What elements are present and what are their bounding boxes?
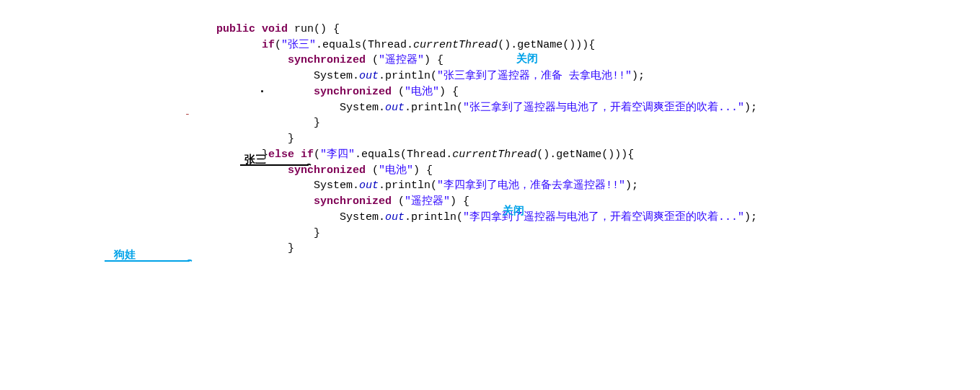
annotation-close-2: 关闭 <box>503 203 524 218</box>
str-lisi: "李四" <box>320 149 355 161</box>
str-remote: "遥控器" <box>405 195 450 208</box>
underline-arrow-zhangsan <box>240 164 312 174</box>
kw-sync: synchronized <box>288 54 366 66</box>
brace-close: } <box>288 133 294 145</box>
str-battery: "电池" <box>405 86 439 98</box>
current-thread: currentThread <box>413 39 498 51</box>
method-sig: run() { <box>288 23 340 35</box>
dash-mark: - <box>185 108 190 122</box>
brace-close: } <box>314 117 320 129</box>
dot-mark: . <box>260 79 264 97</box>
out-field: out <box>385 211 405 223</box>
code-block: public void run() { if("张三".equals(Threa… <box>216 6 757 257</box>
brace-close: } <box>314 227 320 239</box>
underline-arrow-gouwa <box>105 260 195 270</box>
out-field: out <box>385 102 405 114</box>
str-msg2: "张三拿到了遥控器与电池了，开着空调爽歪歪的吹着..." <box>463 102 744 114</box>
kw-if: if <box>301 149 314 161</box>
str-msg3: "李四拿到了电池，准备去拿遥控器!!" <box>437 180 625 192</box>
kw-sync: synchronized <box>314 86 392 98</box>
str-battery: "电池" <box>379 164 413 177</box>
str-remote: "遥控器" <box>379 54 424 66</box>
annotation-close-1: 关闭 <box>516 50 538 66</box>
kw-void: void <box>262 23 288 35</box>
kw-sync: synchronized <box>314 195 392 208</box>
str-zhangsan: "张三" <box>281 39 316 51</box>
brace-close: } <box>288 242 294 254</box>
current-thread: currentThread <box>452 149 537 161</box>
str-msg1: "张三拿到了遥控器，准备 去拿电池!!" <box>437 70 632 82</box>
out-field: out <box>359 70 379 82</box>
kw-else: else <box>268 149 294 161</box>
kw-public: public <box>216 23 255 35</box>
kw-if: if <box>262 39 275 51</box>
out-field: out <box>359 180 379 192</box>
